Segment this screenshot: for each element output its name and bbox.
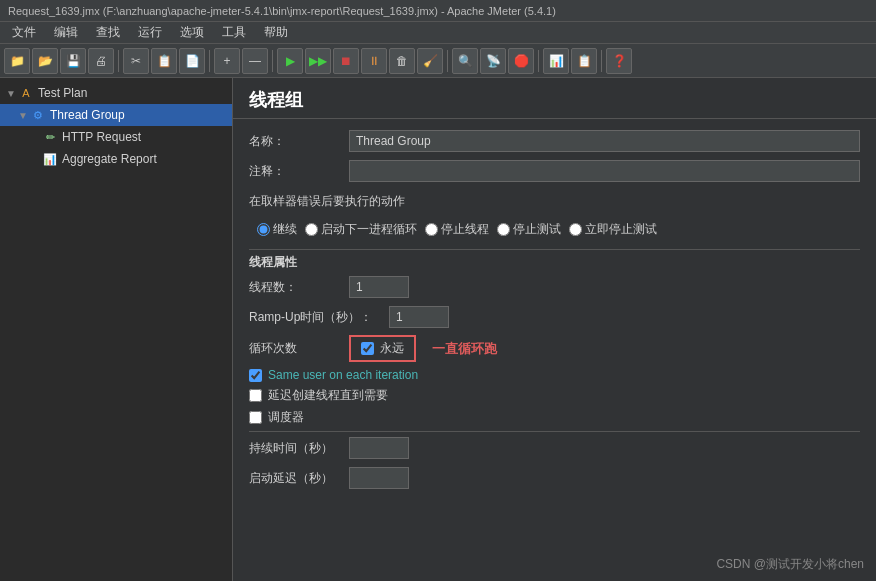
toolbar-start[interactable]: ▶ [277,48,303,74]
menu-options[interactable]: 选项 [172,22,212,43]
ramp-up-label: Ramp-Up时间（秒）： [249,309,389,326]
name-label: 名称： [249,133,349,150]
panel-title: 线程组 [233,78,876,119]
menu-run[interactable]: 运行 [130,22,170,43]
sidebar-item-aggregate-report[interactable]: 📊 Aggregate Report [0,148,232,170]
http-request-label: HTTP Request [62,130,141,144]
toolbar-sep4 [447,50,448,72]
error-action-row: 在取样器错误后要执行的动作 [249,189,860,213]
toolbar-expand[interactable]: + [214,48,240,74]
toolbar: 📁 📂 💾 🖨 ✂ 📋 📄 + — ▶ ▶▶ ⏹ ⏸ 🗑 🧹 🔍 📡 🛑 📊 📋… [0,44,876,78]
loop-forever-checkbox[interactable] [361,342,374,355]
loop-count-label: 循环次数 [249,340,349,357]
toolbar-stop[interactable]: ⏹ [333,48,359,74]
thread-count-row: 线程数： [249,275,860,299]
name-row: 名称： [249,129,860,153]
thread-group-label: Thread Group [50,108,125,122]
duration-input[interactable] [349,437,409,459]
radio-stop-now[interactable]: 立即停止测试 [569,221,657,238]
radio-next-loop-input[interactable] [305,223,318,236]
toolbar-remote-start[interactable]: 📡 [480,48,506,74]
toolbar-collapse[interactable]: — [242,48,268,74]
ramp-up-input[interactable] [389,306,449,328]
sidebar-item-http-request[interactable]: ✏ HTTP Request [0,126,232,148]
thread-count-label: 线程数： [249,279,349,296]
toolbar-options[interactable]: 📊 [543,48,569,74]
test-plan-label: Test Plan [38,86,87,100]
radio-stop-thread[interactable]: 停止线程 [425,221,489,238]
delay-create-label[interactable]: 延迟创建线程直到需要 [268,387,388,404]
radio-next-loop[interactable]: 启动下一进程循环 [305,221,417,238]
tree-toggle-thread-group[interactable]: ▼ [18,110,30,121]
scheduler-label[interactable]: 调度器 [268,409,304,426]
radio-stop-test-input[interactable] [497,223,510,236]
sidebar: ▼ A Test Plan ▼ ⚙ Thread Group ✏ HTTP Re… [0,78,233,581]
toolbar-sep5 [538,50,539,72]
radio-stop-test[interactable]: 停止测试 [497,221,561,238]
toolbar-sep6 [601,50,602,72]
start-delay-input[interactable] [349,467,409,489]
radio-continue[interactable]: 继续 [257,221,297,238]
radio-stop-thread-input[interactable] [425,223,438,236]
menu-help[interactable]: 帮助 [256,22,296,43]
loop-forever-note: 一直循环跑 [432,340,497,358]
radio-row: 继续 启动下一进程循环 停止线程 停止测试 [249,217,860,241]
toolbar-save[interactable]: 💾 [60,48,86,74]
radio-stop-test-label: 停止测试 [513,221,561,238]
toolbar-paste[interactable]: 📄 [179,48,205,74]
main-layout: ▼ A Test Plan ▼ ⚙ Thread Group ✏ HTTP Re… [0,78,876,581]
thread-props-header: 线程属性 [249,249,860,275]
sidebar-item-test-plan[interactable]: ▼ A Test Plan [0,82,232,104]
menu-tools[interactable]: 工具 [214,22,254,43]
same-user-label[interactable]: Same user on each iteration [268,368,418,382]
radio-next-loop-label: 启动下一进程循环 [321,221,417,238]
name-input[interactable] [349,130,860,152]
loop-forever-label: 永远 [380,340,404,357]
delay-create-checkbox[interactable] [249,389,262,402]
same-user-row: Same user on each iteration [249,368,860,382]
thread-count-input[interactable] [349,276,409,298]
comment-input[interactable] [349,160,860,182]
sidebar-item-thread-group[interactable]: ▼ ⚙ Thread Group [0,104,232,126]
toolbar-shutdown[interactable]: ⏸ [361,48,387,74]
radio-stop-now-input[interactable] [569,223,582,236]
toolbar-clear-all[interactable]: 🧹 [417,48,443,74]
start-delay-row: 启动延迟（秒） [249,466,860,490]
radio-continue-input[interactable] [257,223,270,236]
toolbar-sep1 [118,50,119,72]
toolbar-cut[interactable]: ✂ [123,48,149,74]
duration-label: 持续时间（秒） [249,440,349,457]
same-user-checkbox[interactable] [249,369,262,382]
title-bar: Request_1639.jmx (F:\anzhuang\apache-jme… [0,0,876,22]
toolbar-sep3 [272,50,273,72]
toolbar-log[interactable]: 📋 [571,48,597,74]
ramp-up-row: Ramp-Up时间（秒）： [249,305,860,329]
radio-stop-now-label: 立即停止测试 [585,221,657,238]
toolbar-print[interactable]: 🖨 [88,48,114,74]
form-section: 名称： 注释： 在取样器错误后要执行的动作 继续 [233,125,876,500]
toolbar-remote-stop[interactable]: 🛑 [508,48,534,74]
radio-group: 继续 启动下一进程循环 停止线程 停止测试 [257,221,657,238]
title-text: Request_1639.jmx (F:\anzhuang\apache-jme… [8,5,556,17]
thread-group-icon: ⚙ [30,107,46,123]
scheduler-checkbox[interactable] [249,411,262,424]
loop-forever-area: 永远 [349,335,416,362]
comment-label: 注释： [249,163,349,180]
toolbar-copy[interactable]: 📋 [151,48,177,74]
tree-toggle-test-plan[interactable]: ▼ [6,88,18,99]
start-delay-label: 启动延迟（秒） [249,470,349,487]
toolbar-new[interactable]: 📁 [4,48,30,74]
loop-count-row: 循环次数 永远 一直循环跑 [249,335,860,362]
menu-edit[interactable]: 编辑 [46,22,86,43]
http-request-icon: ✏ [42,129,58,145]
comment-row: 注释： [249,159,860,183]
toolbar-clear[interactable]: 🗑 [389,48,415,74]
toolbar-search[interactable]: 🔍 [452,48,478,74]
divider [249,431,860,432]
toolbar-help[interactable]: ❓ [606,48,632,74]
menu-find[interactable]: 查找 [88,22,128,43]
scheduler-row: 调度器 [249,409,860,426]
menu-file[interactable]: 文件 [4,22,44,43]
toolbar-start-no-pause[interactable]: ▶▶ [305,48,331,74]
toolbar-open[interactable]: 📂 [32,48,58,74]
